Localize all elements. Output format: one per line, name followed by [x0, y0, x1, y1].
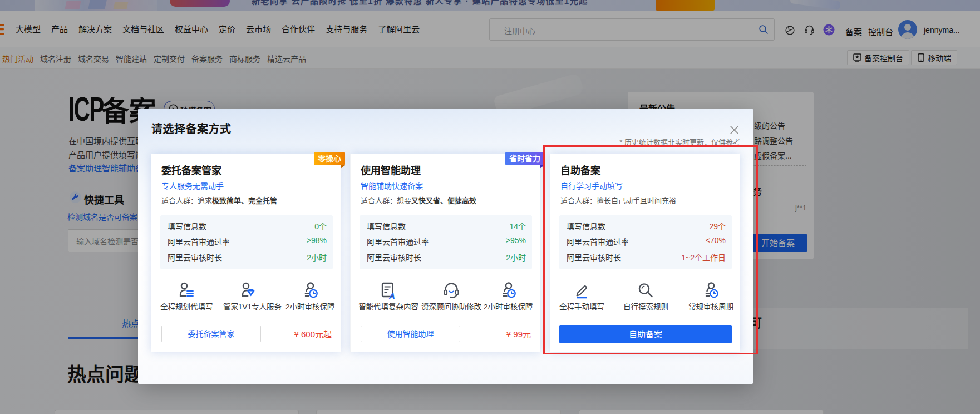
svg-text:A: A: [388, 291, 395, 299]
